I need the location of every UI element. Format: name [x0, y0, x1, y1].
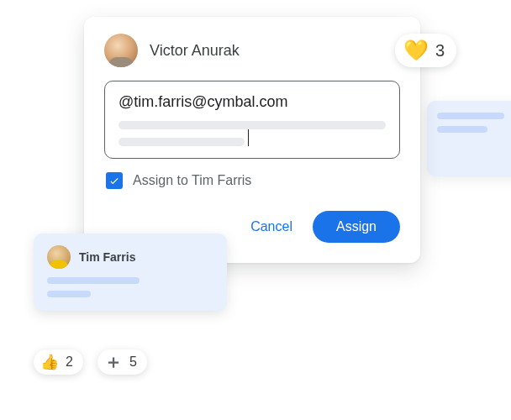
assign-checkbox-row[interactable]: Assign to Tim Farris: [104, 172, 400, 189]
mini-avatar: [47, 245, 71, 269]
heart-icon: 💛: [403, 39, 429, 62]
author-name: Victor Anurak: [150, 42, 240, 60]
comment-card-tim[interactable]: Tim Farris: [34, 234, 227, 311]
reaction-pill-thumb[interactable]: 👍 2: [34, 349, 83, 375]
reaction-count: 2: [66, 354, 73, 370]
assign-button[interactable]: Assign: [313, 211, 400, 243]
placeholder-line: [119, 138, 245, 146]
assign-checkbox-label: Assign to Tim Farris: [133, 173, 251, 188]
author-avatar: [104, 34, 138, 67]
text-caret: [248, 129, 249, 146]
reaction-count: 5: [129, 354, 137, 370]
placeholder-line: [119, 121, 386, 129]
reaction-pill-plus[interactable]: ＋ 5: [97, 349, 147, 375]
placeholder-line: [47, 291, 91, 297]
cancel-button[interactable]: Cancel: [245, 211, 298, 243]
comment-input[interactable]: @tim.farris@cymbal.com: [104, 81, 400, 159]
mini-card-header: Tim Farris: [47, 245, 213, 269]
placeholder-line: [437, 126, 487, 133]
check-icon: [108, 175, 120, 186]
assign-comment-card: Victor Anurak @tim.farris@cymbal.com Ass…: [84, 17, 420, 263]
reaction-pill-heart[interactable]: 💛 3: [395, 34, 456, 67]
placeholder-line: [437, 113, 504, 119]
thumbs-up-icon: 👍: [40, 353, 59, 371]
mini-author-name: Tim Farris: [79, 250, 135, 264]
card-header: Victor Anurak: [104, 34, 400, 67]
reaction-count: 3: [435, 41, 445, 60]
mention-text: @tim.farris@cymbal.com: [119, 93, 386, 111]
assign-checkbox[interactable]: [106, 172, 123, 189]
plus-icon: ＋: [104, 353, 123, 371]
comment-card-peek: [427, 101, 511, 176]
placeholder-line: [47, 277, 140, 284]
